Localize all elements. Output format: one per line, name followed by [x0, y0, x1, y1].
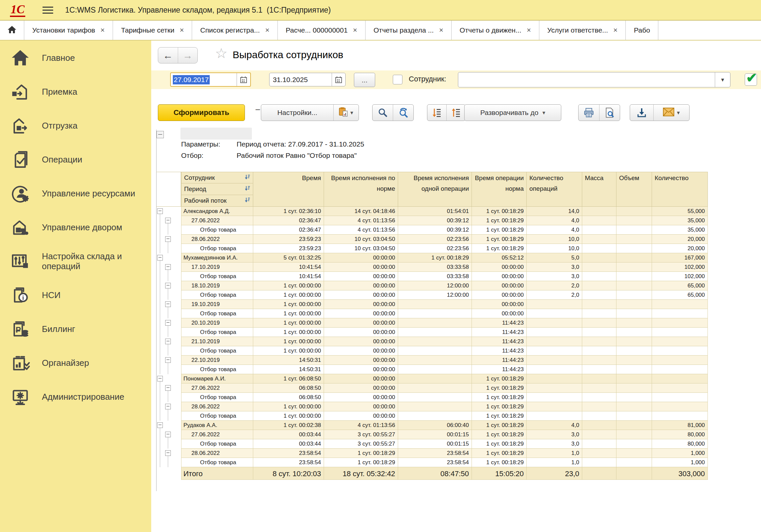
row-cell[interactable]: [616, 300, 652, 309]
row-cell[interactable]: 00:00:00: [472, 272, 527, 281]
row-cell[interactable]: 1 сут. 00:18:29: [472, 402, 527, 411]
row-label[interactable]: 22.10.2019: [181, 356, 253, 365]
row-cell[interactable]: 1 сут. 00:18:29: [472, 439, 527, 449]
collapse-marker[interactable]: [165, 385, 171, 391]
row-cell[interactable]: [582, 365, 616, 374]
row-cell[interactable]: [652, 309, 708, 318]
row-cell[interactable]: [616, 281, 652, 290]
row-cell[interactable]: 00:39:12: [398, 225, 472, 235]
row-cell[interactable]: 10,0: [527, 244, 582, 253]
row-cell[interactable]: [527, 393, 582, 402]
row-cell[interactable]: 14:50:31: [253, 365, 324, 374]
tab-5[interactable]: Отчеты раздела ...×: [366, 21, 452, 40]
row-cell[interactable]: [652, 393, 708, 402]
row-cell[interactable]: 10,0: [527, 235, 582, 244]
row-cell[interactable]: 1 сут. 00:18:29: [472, 216, 527, 225]
row-cell[interactable]: 10:41:54: [253, 263, 324, 272]
row-cell[interactable]: 65,000: [652, 281, 708, 290]
sidebar-item-administration[interactable]: Администрирование: [0, 380, 151, 414]
tab-8[interactable]: Рабо: [626, 21, 658, 40]
settings-button[interactable]: Настройки...: [261, 105, 333, 121]
sidebar-item-shipping[interactable]: Отгрузка: [0, 109, 151, 143]
row-cell[interactable]: 3 сут. 00:55:27: [324, 439, 398, 449]
row-label[interactable]: 28.06.2022: [181, 402, 253, 411]
row-cell[interactable]: [616, 207, 652, 216]
generate-button[interactable]: Сформировать: [158, 104, 245, 121]
row-cell[interactable]: 1 сут. 00:18:29: [472, 411, 527, 421]
collapse-marker[interactable]: [165, 404, 171, 409]
row-cell[interactable]: 00:00:00: [324, 309, 398, 318]
row-cell[interactable]: 102,000: [652, 272, 708, 281]
row-cell[interactable]: 1 сут. 00:18:29: [472, 244, 527, 253]
row-cell[interactable]: [398, 328, 472, 337]
row-cell[interactable]: [398, 374, 472, 383]
row-cell[interactable]: [652, 328, 708, 337]
row-cell[interactable]: [652, 402, 708, 411]
header-col-3[interactable]: Время исполнения одной операции: [398, 172, 472, 207]
tab-close-icon[interactable]: ×: [527, 26, 531, 35]
row-cell[interactable]: [652, 337, 708, 346]
header-col-8[interactable]: Количество: [652, 172, 708, 207]
row-cell[interactable]: [616, 235, 652, 244]
row-cell[interactable]: 00:01:15: [398, 439, 472, 449]
row-cell[interactable]: [527, 383, 582, 393]
row-cell[interactable]: [582, 244, 616, 253]
row-cell[interactable]: 23:59:23: [253, 244, 324, 253]
row-label[interactable]: Отбор товара: [181, 244, 253, 253]
sidebar-item-yard[interactable]: Управление двором: [0, 211, 151, 245]
row-cell[interactable]: 12:00:00: [398, 290, 472, 300]
row-cell[interactable]: [582, 328, 616, 337]
row-cell[interactable]: 11:44:23: [472, 365, 527, 374]
collapse-marker[interactable]: [165, 450, 171, 456]
row-cell[interactable]: 10 сут. 03:04:50: [324, 244, 398, 253]
row-cell[interactable]: 1,000: [652, 458, 708, 467]
collapse-marker[interactable]: [165, 264, 171, 270]
row-cell[interactable]: 00:01:15: [398, 430, 472, 439]
row-cell[interactable]: 1 сут. 00:00:00: [253, 300, 324, 309]
tab-7[interactable]: Услуги ответстве...×: [539, 21, 626, 40]
row-cell[interactable]: [582, 281, 616, 290]
row-cell[interactable]: [527, 402, 582, 411]
row-cell[interactable]: 00:00:00: [324, 281, 398, 290]
row-cell[interactable]: 00:00:00: [324, 393, 398, 402]
row-cell[interactable]: 5 сут. 01:32:25: [253, 253, 324, 263]
row-label[interactable]: 17.10.2019: [181, 263, 253, 272]
row-cell[interactable]: 4 сут. 01:13:56: [324, 421, 398, 430]
row-label[interactable]: Отбор товара: [181, 346, 253, 356]
total-cell[interactable]: 18 сут. 05:32:42: [324, 467, 398, 480]
row-label[interactable]: 28.06.2022: [181, 235, 253, 244]
row-label[interactable]: Отбор товара: [181, 290, 253, 300]
row-cell[interactable]: 11:44:23: [472, 318, 527, 328]
row-cell[interactable]: 06:08:50: [253, 393, 324, 402]
total-cell[interactable]: 08:47:50: [398, 467, 472, 480]
row-cell[interactable]: [398, 365, 472, 374]
sidebar-item-main[interactable]: Главное: [0, 41, 151, 75]
tab-2[interactable]: Тарифные сетки×: [113, 21, 192, 40]
tab-close-icon[interactable]: ×: [180, 26, 184, 35]
collapse-marker[interactable]: [165, 218, 171, 223]
row-cell[interactable]: 00:00:00: [472, 300, 527, 309]
row-cell[interactable]: 2,0: [527, 290, 582, 300]
row-cell[interactable]: [616, 337, 652, 346]
row-cell[interactable]: 11:44:23: [472, 356, 527, 365]
row-cell[interactable]: [582, 207, 616, 216]
row-cell[interactable]: 12:00:00: [398, 281, 472, 290]
sort-icon[interactable]: [245, 197, 250, 204]
save-button[interactable]: [630, 105, 653, 121]
row-cell[interactable]: 35,000: [652, 216, 708, 225]
send-mail-button[interactable]: ▾: [653, 105, 689, 121]
row-label[interactable]: 27.06.2022: [181, 430, 253, 439]
collapse-all-marker[interactable]: [157, 131, 164, 138]
header-col-4[interactable]: Время операции норма: [472, 172, 527, 207]
row-cell[interactable]: [527, 309, 582, 318]
header-group-2[interactable]: Период: [181, 183, 253, 195]
row-cell[interactable]: [616, 449, 652, 458]
row-label[interactable]: Отбор товара: [181, 365, 253, 374]
back-button[interactable]: ←: [158, 48, 178, 63]
row-cell[interactable]: [616, 411, 652, 421]
row-cell[interactable]: [582, 216, 616, 225]
row-cell[interactable]: [652, 365, 708, 374]
row-cell[interactable]: 00:00:00: [472, 281, 527, 290]
row-cell[interactable]: [616, 374, 652, 383]
calendar-icon[interactable]: [237, 73, 250, 86]
